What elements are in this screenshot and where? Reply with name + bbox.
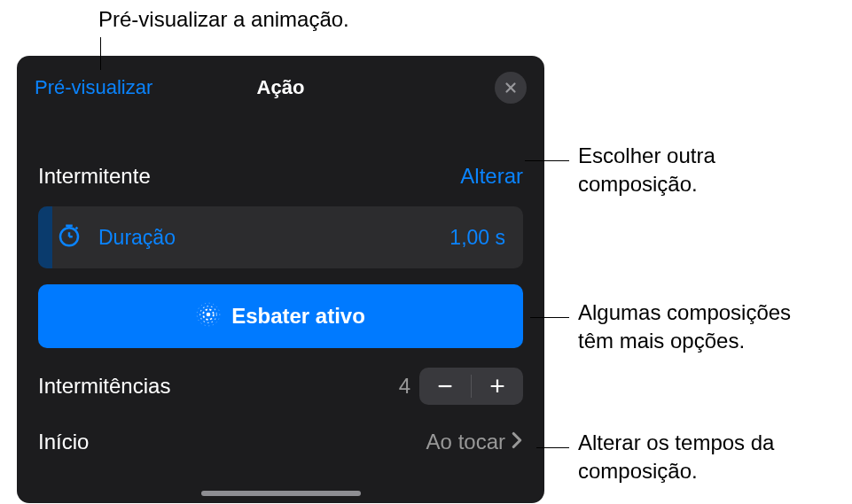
svg-line-6 bbox=[76, 228, 78, 229]
panel-title: Ação bbox=[257, 76, 305, 99]
close-button[interactable] bbox=[495, 72, 527, 104]
duration-value: 1,00 s bbox=[449, 226, 505, 250]
callout-options: Algumas composições têm mais opções. bbox=[578, 299, 791, 356]
stepper-minus-button[interactable]: − bbox=[419, 368, 471, 405]
repeats-label: Intermitências bbox=[38, 374, 170, 399]
blur-button[interactable]: Esbater ativo bbox=[38, 284, 523, 348]
callout-line bbox=[530, 317, 569, 318]
duration-fill bbox=[38, 206, 52, 268]
callout-preview: Pré-visualizar a animação. bbox=[98, 5, 349, 34]
start-row[interactable]: Início Ao tocar bbox=[38, 430, 523, 454]
start-value: Ao tocar bbox=[426, 430, 505, 454]
repeats-stepper: − + bbox=[419, 368, 523, 405]
start-value-button[interactable]: Ao tocar bbox=[426, 430, 523, 454]
change-button[interactable]: Alterar bbox=[460, 164, 523, 189]
action-panel: Pré-visualizar Ação Intermitente Alterar bbox=[17, 56, 544, 503]
start-label: Início bbox=[38, 430, 89, 454]
duration-label: Duração bbox=[98, 226, 449, 250]
repeats-row: Intermitências 4 − + bbox=[38, 368, 523, 405]
chevron-right-icon bbox=[511, 431, 523, 453]
home-indicator[interactable] bbox=[201, 491, 361, 496]
duration-slider[interactable]: Duração 1,00 s bbox=[38, 206, 523, 268]
close-icon bbox=[503, 80, 519, 96]
blur-icon bbox=[196, 302, 221, 330]
callout-line bbox=[536, 447, 569, 448]
effect-name: Intermitente bbox=[38, 164, 151, 189]
callout-change: Escolher outra composição. bbox=[578, 142, 715, 199]
repeats-value: 4 bbox=[399, 374, 410, 399]
blur-label: Esbater ativo bbox=[231, 304, 365, 329]
callout-line bbox=[100, 37, 101, 70]
callout-line bbox=[525, 160, 569, 161]
preview-button[interactable]: Pré-visualizar bbox=[35, 76, 152, 99]
svg-point-7 bbox=[207, 313, 211, 317]
panel-body: Intermitente Alterar Duração 1,00 s bbox=[17, 164, 544, 454]
stepper-plus-button[interactable]: + bbox=[472, 368, 523, 405]
panel-header: Pré-visualizar Ação bbox=[17, 56, 544, 121]
repeats-controls: 4 − + bbox=[399, 368, 523, 405]
effect-header-row: Intermitente Alterar bbox=[38, 164, 523, 189]
callout-timing: Alterar os tempos da composição. bbox=[578, 429, 774, 486]
timer-icon bbox=[56, 222, 82, 252]
